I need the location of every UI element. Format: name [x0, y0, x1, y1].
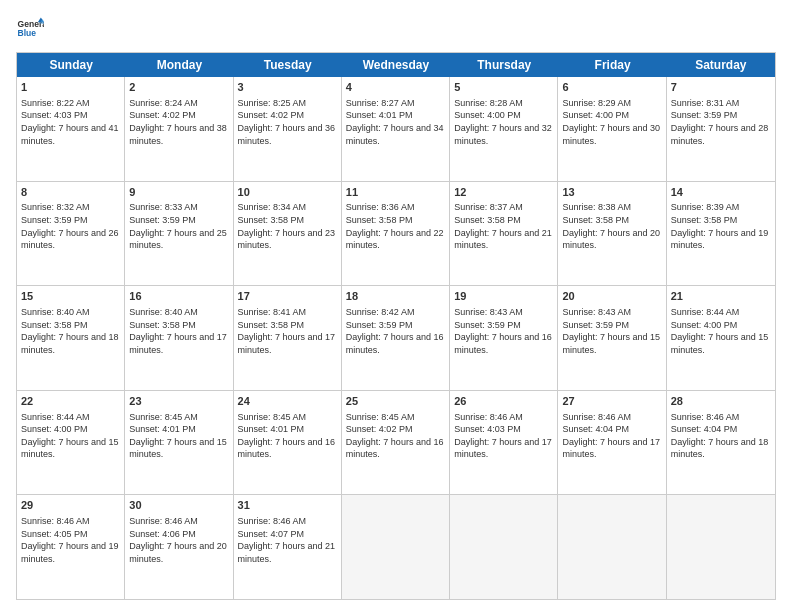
cell-info: Sunrise: 8:32 AMSunset: 3:59 PMDaylight:… [21, 201, 120, 251]
page: General Blue SundayMondayTuesdayWednesda… [0, 0, 792, 612]
day-cell-23: 23Sunrise: 8:45 AMSunset: 4:01 PMDayligh… [125, 391, 233, 495]
day-cell-28: 28Sunrise: 8:46 AMSunset: 4:04 PMDayligh… [667, 391, 775, 495]
cell-info: Sunrise: 8:46 AMSunset: 4:07 PMDaylight:… [238, 515, 337, 565]
cell-info: Sunrise: 8:46 AMSunset: 4:04 PMDaylight:… [671, 411, 771, 461]
cell-info: Sunrise: 8:39 AMSunset: 3:58 PMDaylight:… [671, 201, 771, 251]
empty-cell [667, 495, 775, 599]
cell-info: Sunrise: 8:22 AMSunset: 4:03 PMDaylight:… [21, 97, 120, 147]
day-number: 24 [238, 394, 337, 409]
cell-info: Sunrise: 8:33 AMSunset: 3:59 PMDaylight:… [129, 201, 228, 251]
day-cell-9: 9Sunrise: 8:33 AMSunset: 3:59 PMDaylight… [125, 182, 233, 286]
day-number: 23 [129, 394, 228, 409]
day-cell-3: 3Sunrise: 8:25 AMSunset: 4:02 PMDaylight… [234, 77, 342, 181]
day-number: 21 [671, 289, 771, 304]
day-number: 25 [346, 394, 445, 409]
day-cell-21: 21Sunrise: 8:44 AMSunset: 4:00 PMDayligh… [667, 286, 775, 390]
day-number: 3 [238, 80, 337, 95]
day-cell-14: 14Sunrise: 8:39 AMSunset: 3:58 PMDayligh… [667, 182, 775, 286]
calendar-body: 1Sunrise: 8:22 AMSunset: 4:03 PMDaylight… [17, 77, 775, 599]
day-number: 28 [671, 394, 771, 409]
day-header-thursday: Thursday [450, 53, 558, 77]
day-header-wednesday: Wednesday [342, 53, 450, 77]
day-number: 27 [562, 394, 661, 409]
day-cell-27: 27Sunrise: 8:46 AMSunset: 4:04 PMDayligh… [558, 391, 666, 495]
day-number: 12 [454, 185, 553, 200]
day-number: 13 [562, 185, 661, 200]
cell-info: Sunrise: 8:36 AMSunset: 3:58 PMDaylight:… [346, 201, 445, 251]
day-number: 30 [129, 498, 228, 513]
day-number: 20 [562, 289, 661, 304]
day-cell-31: 31Sunrise: 8:46 AMSunset: 4:07 PMDayligh… [234, 495, 342, 599]
svg-text:Blue: Blue [18, 28, 37, 38]
day-number: 6 [562, 80, 661, 95]
cell-info: Sunrise: 8:28 AMSunset: 4:00 PMDaylight:… [454, 97, 553, 147]
day-header-saturday: Saturday [667, 53, 775, 77]
cell-info: Sunrise: 8:43 AMSunset: 3:59 PMDaylight:… [454, 306, 553, 356]
day-cell-29: 29Sunrise: 8:46 AMSunset: 4:05 PMDayligh… [17, 495, 125, 599]
empty-cell [342, 495, 450, 599]
empty-cell [450, 495, 558, 599]
day-cell-24: 24Sunrise: 8:45 AMSunset: 4:01 PMDayligh… [234, 391, 342, 495]
day-cell-16: 16Sunrise: 8:40 AMSunset: 3:58 PMDayligh… [125, 286, 233, 390]
day-number: 31 [238, 498, 337, 513]
cell-info: Sunrise: 8:37 AMSunset: 3:58 PMDaylight:… [454, 201, 553, 251]
day-cell-18: 18Sunrise: 8:42 AMSunset: 3:59 PMDayligh… [342, 286, 450, 390]
logo-icon: General Blue [16, 16, 44, 44]
day-cell-26: 26Sunrise: 8:46 AMSunset: 4:03 PMDayligh… [450, 391, 558, 495]
day-number: 5 [454, 80, 553, 95]
logo: General Blue [16, 16, 44, 44]
week-row-1: 8Sunrise: 8:32 AMSunset: 3:59 PMDaylight… [17, 182, 775, 287]
week-row-4: 29Sunrise: 8:46 AMSunset: 4:05 PMDayligh… [17, 495, 775, 599]
cell-info: Sunrise: 8:29 AMSunset: 4:00 PMDaylight:… [562, 97, 661, 147]
day-cell-6: 6Sunrise: 8:29 AMSunset: 4:00 PMDaylight… [558, 77, 666, 181]
day-cell-1: 1Sunrise: 8:22 AMSunset: 4:03 PMDaylight… [17, 77, 125, 181]
cell-info: Sunrise: 8:45 AMSunset: 4:01 PMDaylight:… [238, 411, 337, 461]
calendar-header: SundayMondayTuesdayWednesdayThursdayFrid… [17, 53, 775, 77]
cell-info: Sunrise: 8:31 AMSunset: 3:59 PMDaylight:… [671, 97, 771, 147]
day-number: 16 [129, 289, 228, 304]
cell-info: Sunrise: 8:27 AMSunset: 4:01 PMDaylight:… [346, 97, 445, 147]
day-cell-15: 15Sunrise: 8:40 AMSunset: 3:58 PMDayligh… [17, 286, 125, 390]
cell-info: Sunrise: 8:34 AMSunset: 3:58 PMDaylight:… [238, 201, 337, 251]
week-row-2: 15Sunrise: 8:40 AMSunset: 3:58 PMDayligh… [17, 286, 775, 391]
day-cell-20: 20Sunrise: 8:43 AMSunset: 3:59 PMDayligh… [558, 286, 666, 390]
day-cell-12: 12Sunrise: 8:37 AMSunset: 3:58 PMDayligh… [450, 182, 558, 286]
day-number: 4 [346, 80, 445, 95]
day-cell-11: 11Sunrise: 8:36 AMSunset: 3:58 PMDayligh… [342, 182, 450, 286]
day-number: 7 [671, 80, 771, 95]
day-cell-8: 8Sunrise: 8:32 AMSunset: 3:59 PMDaylight… [17, 182, 125, 286]
header: General Blue [16, 16, 776, 44]
day-cell-4: 4Sunrise: 8:27 AMSunset: 4:01 PMDaylight… [342, 77, 450, 181]
day-number: 10 [238, 185, 337, 200]
day-number: 11 [346, 185, 445, 200]
calendar: SundayMondayTuesdayWednesdayThursdayFrid… [16, 52, 776, 600]
day-cell-2: 2Sunrise: 8:24 AMSunset: 4:02 PMDaylight… [125, 77, 233, 181]
cell-info: Sunrise: 8:24 AMSunset: 4:02 PMDaylight:… [129, 97, 228, 147]
day-number: 14 [671, 185, 771, 200]
empty-cell [558, 495, 666, 599]
day-number: 19 [454, 289, 553, 304]
cell-info: Sunrise: 8:25 AMSunset: 4:02 PMDaylight:… [238, 97, 337, 147]
day-header-tuesday: Tuesday [234, 53, 342, 77]
day-number: 2 [129, 80, 228, 95]
week-row-0: 1Sunrise: 8:22 AMSunset: 4:03 PMDaylight… [17, 77, 775, 182]
day-cell-22: 22Sunrise: 8:44 AMSunset: 4:00 PMDayligh… [17, 391, 125, 495]
cell-info: Sunrise: 8:42 AMSunset: 3:59 PMDaylight:… [346, 306, 445, 356]
day-header-sunday: Sunday [17, 53, 125, 77]
day-cell-25: 25Sunrise: 8:45 AMSunset: 4:02 PMDayligh… [342, 391, 450, 495]
day-cell-5: 5Sunrise: 8:28 AMSunset: 4:00 PMDaylight… [450, 77, 558, 181]
cell-info: Sunrise: 8:43 AMSunset: 3:59 PMDaylight:… [562, 306, 661, 356]
cell-info: Sunrise: 8:44 AMSunset: 4:00 PMDaylight:… [21, 411, 120, 461]
day-number: 26 [454, 394, 553, 409]
day-number: 29 [21, 498, 120, 513]
cell-info: Sunrise: 8:41 AMSunset: 3:58 PMDaylight:… [238, 306, 337, 356]
day-header-monday: Monday [125, 53, 233, 77]
day-number: 18 [346, 289, 445, 304]
cell-info: Sunrise: 8:46 AMSunset: 4:06 PMDaylight:… [129, 515, 228, 565]
cell-info: Sunrise: 8:38 AMSunset: 3:58 PMDaylight:… [562, 201, 661, 251]
cell-info: Sunrise: 8:46 AMSunset: 4:03 PMDaylight:… [454, 411, 553, 461]
day-number: 15 [21, 289, 120, 304]
cell-info: Sunrise: 8:40 AMSunset: 3:58 PMDaylight:… [129, 306, 228, 356]
cell-info: Sunrise: 8:40 AMSunset: 3:58 PMDaylight:… [21, 306, 120, 356]
day-number: 22 [21, 394, 120, 409]
